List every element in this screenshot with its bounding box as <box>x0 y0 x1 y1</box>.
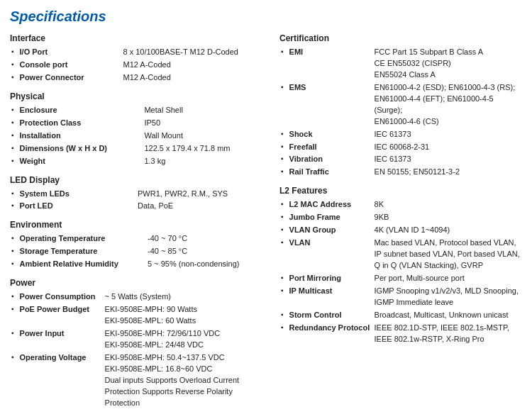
bullet-icon: ▪ <box>279 82 288 128</box>
spec-value: IEEE 802.1D-STP, IEEE 802.1s-MSTP, IEEE … <box>373 322 522 346</box>
table-row: ▪InstallationWall Mount <box>10 130 265 143</box>
bullet-icon: ▪ <box>10 303 18 328</box>
spec-value: EN 50155; EN50121-3-2 <box>373 166 522 179</box>
spec-value: IEC 60068-2-31 <box>373 141 522 154</box>
bullet-icon: ▪ <box>279 199 288 211</box>
section-title-certification: Certification <box>279 33 522 43</box>
spec-value: Wall Mount <box>143 130 265 143</box>
table-row: ▪VLANMac based VLAN, Protocol based VLAN… <box>279 237 522 272</box>
spec-label: Power Consumption <box>18 291 104 303</box>
spec-label: EMS <box>288 82 373 128</box>
spec-label: Power Input <box>18 328 104 352</box>
bullet-icon: ▪ <box>10 46 18 59</box>
table-row: ▪Operating Temperature-40 ~ 70 °C <box>10 233 265 245</box>
bullet-icon: ▪ <box>279 224 288 237</box>
spec-label: Shock <box>288 128 373 141</box>
bullet-icon: ▪ <box>279 211 288 224</box>
table-row: ▪System LEDsPWR1, PWR2, R.M., SYS <box>10 188 265 201</box>
page-title: Specifications <box>10 9 522 25</box>
bullet-icon: ▪ <box>279 153 288 166</box>
spec-value: -40 ~ 70 °C <box>146 233 265 245</box>
spec-label: Operating Voltage <box>18 352 104 410</box>
spec-value: IGMP Snooping v1/v2/v3, MLD Snooping, IG… <box>373 285 522 309</box>
section-title-environment: Environment <box>10 220 265 230</box>
spec-label: Freefall <box>288 141 373 154</box>
spec-label: Weight <box>18 155 143 168</box>
spec-label: Enclosure <box>18 104 143 117</box>
spec-table-interface: ▪I/O Port8 x 10/100BASE-T M12 D-Coded▪Co… <box>10 46 265 84</box>
bullet-icon: ▪ <box>279 128 288 141</box>
right-column: Certification▪EMIFCC Part 15 Subpart B C… <box>279 33 522 410</box>
left-column: Interface▪I/O Port8 x 10/100BASE-T M12 D… <box>10 33 265 410</box>
table-row: ▪Power ConnectorM12 A-Coded <box>10 72 265 84</box>
spec-label: Redundancy Protocol <box>288 322 373 346</box>
bullet-icon: ▪ <box>10 104 18 117</box>
section-title-interface: Interface <box>10 33 265 43</box>
spec-table-physical: ▪EnclosureMetal Shell▪Protection ClassIP… <box>10 104 265 168</box>
spec-table-certification: ▪EMIFCC Part 15 Subpart B Class ACE EN55… <box>279 46 522 179</box>
table-row: ▪Port LEDData, PoE <box>10 200 265 213</box>
table-row: ▪FreefallIEC 60068-2-31 <box>279 141 522 154</box>
bullet-icon: ▪ <box>10 291 18 303</box>
spec-label: IP Multicast <box>288 285 373 309</box>
table-row: ▪Redundancy ProtocolIEEE 802.1D-STP, IEE… <box>279 322 522 346</box>
spec-value: Mac based VLAN, Protocol based VLAN, IP … <box>373 237 522 272</box>
bullet-icon: ▪ <box>10 233 18 245</box>
bullet-icon: ▪ <box>10 200 18 213</box>
section-title-l2-features: L2 Features <box>279 186 522 196</box>
spec-value: Metal Shell <box>143 104 265 117</box>
bullet-icon: ▪ <box>279 141 288 154</box>
table-row: ▪VLAN Group4K (VLAN ID 1~4094) <box>279 224 522 237</box>
section-title-led-display: LED Display <box>10 175 265 185</box>
bullet-icon: ▪ <box>10 72 18 84</box>
spec-label: VLAN Group <box>288 224 373 237</box>
spec-label: VLAN <box>288 237 373 272</box>
table-row: ▪Storm ControlBroadcast, Multicast, Unkn… <box>279 309 522 322</box>
table-row: ▪Weight1.3 kg <box>10 155 265 168</box>
spec-label: Power Connector <box>18 72 122 84</box>
table-row: ▪Power Consumption~ 5 Watts (System) <box>10 291 265 303</box>
spec-value: 5 ~ 95% (non-condensing) <box>146 258 265 271</box>
bullet-icon: ▪ <box>279 166 288 179</box>
spec-label: PoE Power Budget <box>18 303 104 328</box>
table-row: ▪IP MulticastIGMP Snooping v1/v2/v3, MLD… <box>279 285 522 309</box>
section-title-physical: Physical <box>10 91 265 101</box>
spec-label: System LEDs <box>18 188 136 201</box>
bullet-icon: ▪ <box>279 237 288 272</box>
table-row: ▪EMSEN61000-4-2 (ESD); EN61000-4-3 (RS);… <box>279 82 522 128</box>
spec-value: Broadcast, Multicast, Unknown unicast <box>373 309 522 322</box>
spec-label: Port LED <box>18 200 136 213</box>
spec-value: IEC 61373 <box>373 128 522 141</box>
spec-value: EKI-9508E-MPH: 50.4~137.5 VDCEKI-9508E-M… <box>104 352 265 410</box>
spec-value: EN61000-4-2 (ESD); EN61000-4-3 (RS);EN61… <box>373 82 522 128</box>
table-row: ▪Ambient Relative Humidity5 ~ 95% (non-c… <box>10 258 265 271</box>
spec-label: I/O Port <box>18 46 122 59</box>
spec-value: 1.3 kg <box>143 155 265 168</box>
bullet-icon: ▪ <box>10 328 18 352</box>
table-row: ▪Protection ClassIP50 <box>10 117 265 130</box>
bullet-icon: ▪ <box>10 245 18 258</box>
bullet-icon: ▪ <box>279 322 288 346</box>
spec-label: Storm Control <box>288 309 373 322</box>
spec-label: EMI <box>288 46 373 82</box>
table-row: ▪EMIFCC Part 15 Subpart B Class ACE EN55… <box>279 46 522 82</box>
table-row: ▪Storage Temperature-40 ~ 85 °C <box>10 245 265 258</box>
table-row: ▪Operating VoltageEKI-9508E-MPH: 50.4~13… <box>10 352 265 410</box>
spec-table-power: ▪Power Consumption~ 5 Watts (System)▪PoE… <box>10 291 265 409</box>
table-row: ▪Console portM12 A-Coded <box>10 59 265 72</box>
spec-value: IEC 61373 <box>373 153 522 166</box>
spec-value: Data, PoE <box>136 200 265 213</box>
bullet-icon: ▪ <box>10 188 18 201</box>
spec-table-l2-features: ▪L2 MAC Address8K▪Jumbo Frame9KB▪VLAN Gr… <box>279 199 522 345</box>
spec-value: 4K (VLAN ID 1~4094) <box>373 224 522 237</box>
table-row: ▪PoE Power BudgetEKI-9508E-MPH: 90 Watts… <box>10 303 265 328</box>
bullet-icon: ▪ <box>10 130 18 143</box>
bullet-icon: ▪ <box>10 352 18 410</box>
spec-value: ~ 5 Watts (System) <box>104 291 265 303</box>
spec-value: M12 A-Coded <box>122 59 265 72</box>
table-row: ▪Jumbo Frame9KB <box>279 211 522 224</box>
bullet-icon: ▪ <box>10 59 18 72</box>
bullet-icon: ▪ <box>279 46 288 82</box>
table-row: ▪Port MirroringPer port, Multi-source po… <box>279 272 522 285</box>
spec-label: Port Mirroring <box>288 272 373 285</box>
